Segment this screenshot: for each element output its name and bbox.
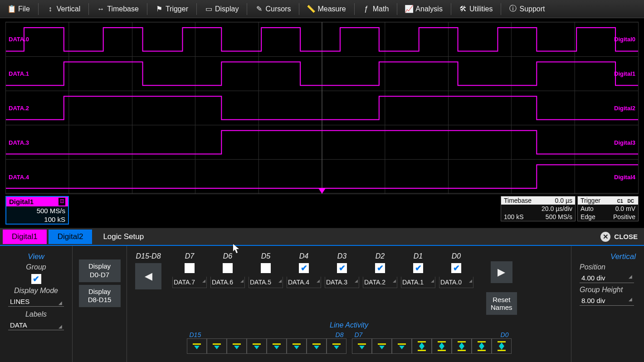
menu-trigger[interactable]: ⚑Trigger xyxy=(151,3,193,15)
bit-checkbox-d6[interactable] xyxy=(223,263,233,273)
display-d0-d7-button[interactable]: DisplayD0-D7 xyxy=(79,259,121,282)
waveform-display[interactable]: DATA.0Digital0DATA.1Digital1DATA.2Digita… xyxy=(5,22,639,194)
line-activity-cell xyxy=(452,338,472,354)
bit-name-field[interactable]: DATA.1◢ xyxy=(401,277,435,288)
trigger-type: Edge xyxy=(581,213,595,220)
bit-name-value: DATA.2 xyxy=(364,279,385,286)
labels-select[interactable]: DATA ◢ xyxy=(8,320,64,330)
close-icon: ✕ xyxy=(600,232,610,242)
line-activity-cell xyxy=(352,338,372,354)
trigger-box[interactable]: Trigger C1 DC Auto 0.0 mV Edge Positive xyxy=(577,196,639,221)
bit-name-field[interactable]: DATA.5◢ xyxy=(249,277,283,288)
menu-label: Display xyxy=(215,5,239,13)
display-d8-d15-button[interactable]: DisplayD8-D15 xyxy=(79,285,121,308)
tab-digital2[interactable]: Digital2 xyxy=(49,230,93,244)
activity-down-icon xyxy=(359,346,365,349)
menu-timebase[interactable]: ↔Timebase xyxy=(93,3,143,15)
channel-info-title: Digital1 xyxy=(9,198,34,205)
chevron-down-icon: ◢ xyxy=(240,279,244,286)
activity-up-icon xyxy=(459,342,464,346)
bit-name-field[interactable]: DATA.7◢ xyxy=(172,277,207,288)
bit-checkbox-d3[interactable]: ✔ xyxy=(337,263,347,273)
line-activity-cell xyxy=(307,338,327,354)
tab-logic-setup[interactable]: Logic Setup xyxy=(94,230,153,244)
menu-support[interactable]: ⓘSupport xyxy=(505,3,549,15)
labels-label: Labels xyxy=(8,310,64,318)
next-page-button[interactable]: ▶ xyxy=(491,261,512,283)
line-activity-cell xyxy=(287,338,307,354)
chevron-down-icon: ◢ xyxy=(278,279,282,286)
menu-file[interactable]: 📋File xyxy=(4,3,34,15)
chevron-down-icon: ◢ xyxy=(629,297,632,304)
group-height-value: 8.00 div xyxy=(581,297,605,304)
activity-down-icon xyxy=(399,346,405,349)
chevron-down-icon: ◢ xyxy=(59,300,62,305)
group-checkbox[interactable]: ✔ xyxy=(31,274,41,284)
menu-cursors[interactable]: ✎Cursors xyxy=(251,3,295,15)
line-activity-cell xyxy=(432,338,452,354)
menubar: 📋File↕Vertical↔Timebase⚑Trigger▭Display✎… xyxy=(0,0,644,18)
math-icon: ƒ xyxy=(363,5,370,13)
check-icon: ✔ xyxy=(415,264,422,272)
bit-column-d5: D5DATA.5◢ xyxy=(249,252,283,288)
position-label: Position xyxy=(580,263,636,271)
menu-math[interactable]: ƒMath xyxy=(358,3,394,15)
activity-down-icon xyxy=(379,346,385,349)
divider xyxy=(397,3,397,15)
menu-measure[interactable]: 📏Measure xyxy=(303,3,350,15)
close-button[interactable]: ✕ CLOSE xyxy=(600,232,638,242)
activity-up-icon xyxy=(499,342,504,346)
activity-down-icon xyxy=(459,346,464,350)
menu-label: File xyxy=(18,5,30,13)
bit-column-d2: D2✔DATA.2◢ xyxy=(363,252,397,288)
horiz-arrows-icon: ↔ xyxy=(97,5,104,13)
bit-checkbox-d7[interactable] xyxy=(185,263,195,273)
menu-analysis[interactable]: 📈Analysis xyxy=(401,3,447,15)
bit-checkbox-d5[interactable] xyxy=(261,263,271,273)
menu-display[interactable]: ▭Display xyxy=(200,3,243,15)
channel-label-right: Digital2 xyxy=(614,105,635,112)
trigger-title: Trigger xyxy=(581,197,600,204)
page-label: D15-D8 xyxy=(135,252,161,260)
cursor-icon xyxy=(233,244,240,254)
bit-name-field[interactable]: DATA.4◢ xyxy=(287,277,321,288)
activity-up-icon xyxy=(419,342,424,346)
bit-checkbox-d4[interactable]: ✔ xyxy=(299,263,309,273)
chevron-down-icon: ◢ xyxy=(59,324,62,329)
bit-column-d0: D0✔DATA.0◢ xyxy=(439,252,473,288)
group-height-input[interactable]: 8.00 div ◢ xyxy=(580,296,634,306)
position-input[interactable]: 4.00 div ◢ xyxy=(580,273,634,283)
bit-name-field[interactable]: DATA.2◢ xyxy=(363,277,397,288)
channel-info-box[interactable]: Digital1 ◫ 500 MS/s 100 kS xyxy=(5,196,69,225)
activity-down-icon xyxy=(334,346,339,349)
bit-checkbox-d2[interactable]: ✔ xyxy=(375,263,385,273)
bit-checkbox-d1[interactable]: ✔ xyxy=(413,263,423,273)
labels-value: DATA xyxy=(10,321,27,329)
activity-down-icon xyxy=(274,346,279,349)
la-d15-label: D15 xyxy=(190,331,201,338)
cursors-icon: ✎ xyxy=(255,5,263,13)
chevron-down-icon: ◢ xyxy=(431,279,434,286)
lower-panel: View Group ✔ Display Mode LINES ◢ Labels… xyxy=(0,246,644,362)
divider xyxy=(247,3,247,15)
bit-header: D5 xyxy=(249,252,283,260)
tab-digital1[interactable]: Digital1 xyxy=(3,230,47,244)
bit-name-field[interactable]: DATA.6◢ xyxy=(210,277,245,288)
menu-utilities[interactable]: 🛠Utilities xyxy=(455,3,498,15)
divider xyxy=(38,3,39,15)
bit-name-field[interactable]: DATA.3◢ xyxy=(325,277,359,288)
bit-name-field[interactable]: DATA.0◢ xyxy=(439,277,473,288)
display-mode-select[interactable]: LINES ◢ xyxy=(8,297,64,307)
timebase-box[interactable]: Timebase 0.0 µs 20.0 µs/div 100 kS 500 M… xyxy=(501,196,576,221)
bit-header: D0 xyxy=(439,252,473,260)
reset-names-button[interactable]: ResetNames xyxy=(486,292,517,315)
prev-page-button[interactable]: ◀ xyxy=(135,263,161,289)
menu-vertical[interactable]: ↕Vertical xyxy=(42,3,85,15)
view-title: View xyxy=(8,252,64,261)
bit-name-value: DATA.3 xyxy=(326,279,347,286)
menu-label: Utilities xyxy=(469,5,493,13)
bit-checkbox-d0[interactable]: ✔ xyxy=(451,263,461,273)
chevron-down-icon: ◢ xyxy=(393,279,396,286)
clipboard-icon: 📋 xyxy=(8,5,15,13)
bit-column-d4: D4✔DATA.4◢ xyxy=(287,252,321,288)
